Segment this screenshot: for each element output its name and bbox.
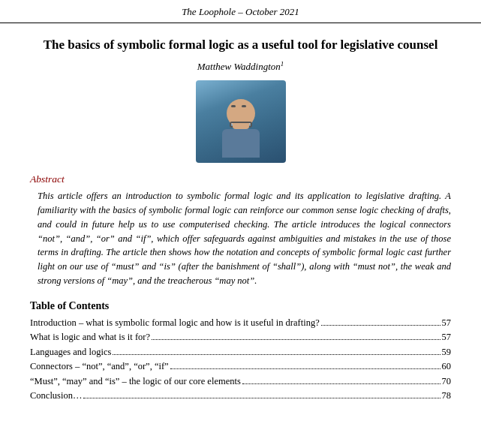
toc-page-number: 57	[442, 317, 452, 330]
toc-dots	[170, 368, 440, 369]
toc-row: Languages and logics59	[30, 346, 451, 359]
toc-row: “Must”, “may” and “is” – the logic of ou…	[30, 375, 451, 389]
toc-item-label: Connectors – “not”, “and”, “or”, “if”	[30, 360, 169, 374]
abstract-label: Abstract	[30, 173, 451, 185]
toc-item-label: Introduction – what is symbolic formal l…	[30, 317, 320, 330]
toc-item-label: “Must”, “may” and “is” – the logic of ou…	[30, 375, 241, 389]
toc-item-label: Conclusion…	[30, 389, 82, 403]
toc-dots	[321, 325, 440, 326]
toc-row: Introduction – what is symbolic formal l…	[30, 317, 451, 330]
toc-list: Introduction – what is symbolic formal l…	[30, 317, 451, 403]
toc-page-number: 70	[442, 375, 452, 389]
page-header: The Loophole – October 2021	[0, 0, 481, 23]
toc-page-number: 57	[442, 331, 452, 344]
author-name: Matthew Waddington1	[30, 60, 451, 73]
toc-dots	[83, 398, 440, 398]
abstract-text: This article offers an introduction to s…	[30, 189, 451, 287]
toc-row: Connectors – “not”, “and”, “or”, “if”60	[30, 360, 451, 374]
author-photo	[30, 80, 451, 163]
person-figure	[211, 99, 271, 163]
glasses	[230, 122, 252, 128]
person-head	[227, 99, 255, 128]
toc-dots	[113, 354, 440, 355]
article-title: The basics of symbolic formal logic as a…	[30, 37, 451, 54]
toc-dots	[242, 383, 440, 384]
toc-dots	[152, 339, 440, 340]
toc-item-label: What is logic and what is it for?	[30, 331, 150, 344]
person-body	[222, 129, 260, 158]
header-text: The Loophole – October 2021	[182, 6, 299, 17]
main-content: The basics of symbolic formal logic as a…	[0, 23, 481, 418]
toc-page-number: 78	[442, 389, 452, 403]
toc-page-number: 60	[442, 360, 452, 374]
toc-row: Conclusion…78	[30, 389, 451, 403]
toc-item-label: Languages and logics	[30, 346, 111, 359]
photo-image	[196, 80, 286, 163]
toc-title: Table of Contents	[30, 300, 451, 312]
toc-page-number: 59	[442, 346, 452, 359]
toc-row: What is logic and what is it for?57	[30, 331, 451, 344]
